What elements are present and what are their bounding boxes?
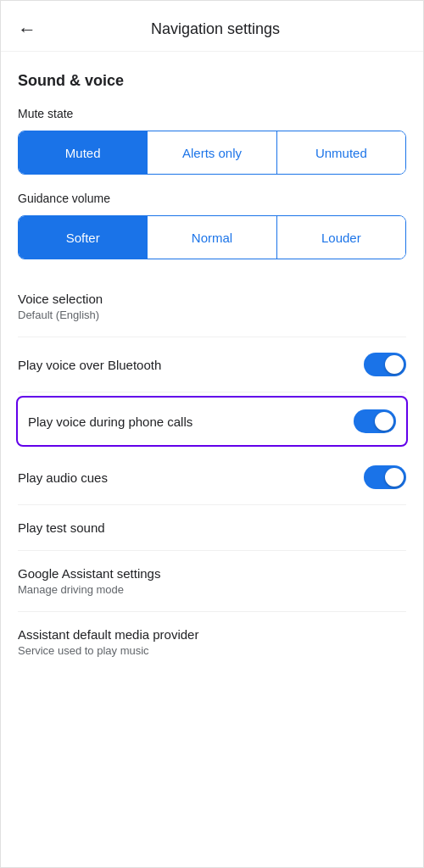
guidance-volume-label: Guidance volume	[18, 192, 406, 205]
page-title: Navigation settings	[53, 20, 377, 38]
assistant-media-row[interactable]: Assistant default media provider Service…	[18, 612, 406, 672]
back-button[interactable]: ←	[14, 17, 40, 42]
mute-state-unmuted-btn[interactable]: Unmuted	[277, 131, 405, 174]
bluetooth-toggle[interactable]	[364, 353, 406, 376]
google-assistant-row[interactable]: Google Assistant settings Manage driving…	[18, 551, 406, 612]
play-voice-calls-row: Play voice during phone calls	[16, 396, 408, 447]
calls-toggle[interactable]	[354, 409, 396, 433]
play-voice-bluetooth-row: Play voice over Bluetooth	[18, 337, 406, 392]
audio-cues-toggle-wrapper[interactable]	[364, 465, 406, 489]
assistant-sublabel: Manage driving mode	[18, 583, 396, 596]
volume-softer-btn[interactable]: Softer	[19, 216, 148, 259]
section-title-sound-voice: Sound & voice	[18, 72, 406, 90]
calls-label: Play voice during phone calls	[28, 415, 343, 429]
media-text-group: Assistant default media provider Service…	[18, 627, 406, 657]
content-area: Sound & voice Mute state Muted Alerts on…	[1, 52, 423, 693]
guidance-volume-control: Softer Normal Louder	[18, 215, 406, 259]
mute-state-label: Mute state	[18, 107, 406, 120]
media-label: Assistant default media provider	[18, 627, 396, 642]
voice-selection-row[interactable]: Voice selection Default (English)	[18, 276, 406, 337]
play-test-sound-row[interactable]: Play test sound	[18, 505, 406, 551]
voice-selection-sublabel: Default (English)	[18, 309, 396, 321]
volume-normal-btn[interactable]: Normal	[148, 216, 276, 259]
bluetooth-text-group: Play voice over Bluetooth	[18, 358, 364, 372]
calls-text-group: Play voice during phone calls	[28, 415, 354, 429]
mute-state-alerts-btn[interactable]: Alerts only	[148, 131, 276, 174]
mute-state-muted-btn[interactable]: Muted	[19, 131, 148, 174]
assistant-label: Google Assistant settings	[18, 566, 396, 581]
bluetooth-toggle-wrapper[interactable]	[364, 353, 406, 376]
back-arrow-icon: ←	[18, 20, 36, 39]
bluetooth-label: Play voice over Bluetooth	[18, 358, 354, 372]
voice-selection-text-group: Voice selection Default (English)	[18, 292, 406, 321]
audio-cues-toggle[interactable]	[364, 465, 406, 489]
bluetooth-toggle-thumb	[385, 355, 404, 374]
audio-cues-label: Play audio cues	[18, 470, 354, 485]
audio-cues-toggle-thumb	[385, 468, 404, 487]
volume-louder-btn[interactable]: Louder	[277, 216, 405, 259]
test-sound-label: Play test sound	[18, 520, 396, 535]
header: ← Navigation settings	[1, 1, 423, 52]
media-sublabel: Service used to play music	[18, 644, 396, 657]
voice-selection-label: Voice selection	[18, 292, 396, 306]
page-container: ← Navigation settings Sound & voice Mute…	[0, 0, 424, 868]
mute-state-control: Muted Alerts only Unmuted	[18, 131, 406, 175]
assistant-text-group: Google Assistant settings Manage driving…	[18, 566, 406, 596]
play-audio-cues-row: Play audio cues	[18, 450, 406, 505]
test-sound-text-group: Play test sound	[18, 520, 406, 535]
audio-cues-text-group: Play audio cues	[18, 470, 364, 485]
calls-toggle-thumb	[375, 412, 393, 431]
calls-toggle-wrapper[interactable]	[354, 409, 396, 433]
